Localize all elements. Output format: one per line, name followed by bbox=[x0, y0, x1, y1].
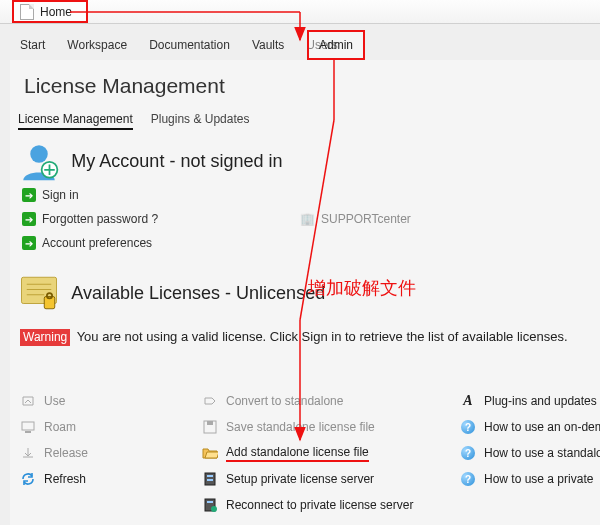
account-title: My Account - not signed in bbox=[71, 151, 282, 172]
nav-workspace[interactable]: Workspace bbox=[67, 38, 127, 52]
roam-label: Roam bbox=[44, 420, 76, 434]
release-action: Release bbox=[20, 444, 195, 462]
svg-rect-8 bbox=[22, 422, 34, 430]
plugins-icon: A bbox=[460, 393, 476, 409]
save-standalone-label: Save standalone license file bbox=[226, 420, 375, 434]
convert-icon bbox=[202, 393, 218, 409]
annotation-text: 增加破解文件 bbox=[308, 276, 416, 300]
svg-rect-13 bbox=[207, 475, 213, 477]
nav-documentation[interactable]: Documentation bbox=[149, 38, 230, 52]
help-ondemand-label: How to use an on-dem bbox=[484, 420, 600, 434]
plugins-updates-action[interactable]: A Plug-ins and updates bbox=[460, 392, 600, 410]
roam-action: Roam bbox=[20, 418, 195, 436]
page-title: License Management bbox=[24, 74, 225, 98]
svg-point-17 bbox=[211, 506, 217, 512]
help-standalone-action[interactable]: ? How to use a standalo bbox=[460, 444, 600, 462]
arrow-right-icon: ➔ bbox=[22, 212, 36, 226]
setup-private-server-label: Setup private license server bbox=[226, 472, 374, 486]
help-icon: ? bbox=[460, 419, 476, 435]
help-icon: ? bbox=[460, 471, 476, 487]
license-warning-text: You are not using a valid license. Click… bbox=[77, 329, 568, 344]
certificate-icon bbox=[18, 272, 60, 314]
help-standalone-label: How to use a standalo bbox=[484, 446, 600, 460]
account-section: My Account - not signed in bbox=[18, 140, 282, 182]
actions-column-right: A Plug-ins and updates ? How to use an o… bbox=[460, 392, 600, 488]
svg-rect-14 bbox=[207, 479, 213, 481]
arrow-right-icon: ➔ bbox=[22, 188, 36, 202]
forgotten-password-link[interactable]: ➔ Forgotten password ? bbox=[22, 212, 158, 226]
nav-vaults[interactable]: Vaults bbox=[252, 38, 284, 52]
svg-rect-11 bbox=[207, 421, 213, 425]
add-standalone-action[interactable]: Add standalone license file bbox=[202, 444, 452, 462]
forgotten-password-label: Forgotten password ? bbox=[42, 212, 158, 226]
use-icon bbox=[20, 393, 36, 409]
setup-private-server-action[interactable]: Setup private license server bbox=[202, 470, 452, 488]
licenses-section: Available Licenses - Unlicensed bbox=[18, 272, 325, 314]
disk-icon bbox=[202, 419, 218, 435]
warning-badge: Warning bbox=[20, 329, 70, 346]
account-preferences-link[interactable]: ➔ Account preferences bbox=[22, 236, 152, 250]
license-warning: Warning You are not using a valid licens… bbox=[20, 328, 594, 347]
folder-open-icon bbox=[202, 445, 218, 461]
help-ondemand-action[interactable]: ? How to use an on-dem bbox=[460, 418, 600, 436]
subtab-license-management[interactable]: License Management bbox=[18, 112, 133, 130]
roam-icon bbox=[20, 419, 36, 435]
arrow-right-icon: ➔ bbox=[22, 236, 36, 250]
page-icon bbox=[20, 4, 34, 20]
building-icon: 🏢 bbox=[300, 212, 315, 226]
server-reconnect-icon bbox=[202, 497, 218, 513]
reconnect-private-server-action[interactable]: Reconnect to private license server bbox=[202, 496, 452, 514]
convert-standalone-label: Convert to standalone bbox=[226, 394, 343, 408]
actions-column-middle: Convert to standalone Save standalone li… bbox=[202, 392, 452, 514]
reconnect-private-server-label: Reconnect to private license server bbox=[226, 498, 413, 512]
tab-home-label: Home bbox=[40, 5, 72, 19]
support-center-link[interactable]: 🏢 SUPPORTcenter bbox=[300, 212, 411, 226]
content-area: License Management License Management Pl… bbox=[10, 60, 600, 525]
convert-standalone-action: Convert to standalone bbox=[202, 392, 452, 410]
server-icon bbox=[202, 471, 218, 487]
nav-start[interactable]: Start bbox=[20, 38, 45, 52]
refresh-icon bbox=[20, 471, 36, 487]
add-standalone-label: Add standalone license file bbox=[226, 445, 369, 462]
save-standalone-action: Save standalone license file bbox=[202, 418, 452, 436]
user-icon bbox=[18, 140, 60, 182]
support-center-label: SUPPORTcenter bbox=[321, 212, 411, 226]
refresh-action[interactable]: Refresh bbox=[20, 470, 195, 488]
sign-in-link[interactable]: ➔ Sign in bbox=[22, 188, 79, 202]
licenses-title: Available Licenses - Unlicensed bbox=[71, 283, 325, 304]
svg-rect-16 bbox=[207, 501, 213, 503]
nav-admin-label: Admin bbox=[319, 38, 353, 52]
use-label: Use bbox=[44, 394, 65, 408]
tab-home[interactable]: Home bbox=[12, 0, 88, 23]
help-private-label: How to use a private bbox=[484, 472, 593, 486]
title-bar: Home bbox=[0, 0, 600, 24]
svg-rect-9 bbox=[25, 431, 31, 433]
nav-admin[interactable]: Admin bbox=[307, 30, 365, 60]
main-nav: Start Workspace Documentation Vaults Use… bbox=[20, 38, 338, 52]
refresh-label: Refresh bbox=[44, 472, 86, 486]
plugins-updates-label: Plug-ins and updates bbox=[484, 394, 597, 408]
account-preferences-label: Account preferences bbox=[42, 236, 152, 250]
help-private-action[interactable]: ? How to use a private bbox=[460, 470, 600, 488]
sign-in-label: Sign in bbox=[42, 188, 79, 202]
actions-column-left: Use Roam Release Refresh bbox=[20, 392, 195, 488]
svg-point-0 bbox=[30, 145, 48, 163]
release-icon bbox=[20, 445, 36, 461]
help-icon: ? bbox=[460, 445, 476, 461]
subtabs: License Management Plugins & Updates bbox=[18, 112, 249, 130]
subtab-plugins-updates[interactable]: Plugins & Updates bbox=[151, 112, 250, 130]
use-action: Use bbox=[20, 392, 195, 410]
release-label: Release bbox=[44, 446, 88, 460]
